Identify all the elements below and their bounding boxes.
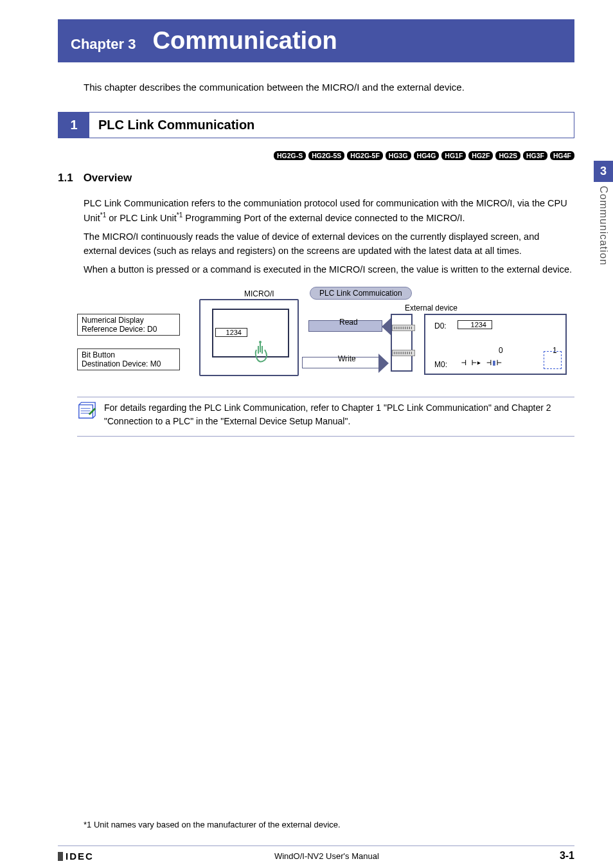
side-chapter-tab: 3 Communication [594,161,613,266]
divider [77,436,574,437]
page-footer: IDEC WindO/I-NV2 User's Manual 3-1 [58,845,574,862]
touch-icon [249,339,271,367]
footer-manual-name: WindO/I-NV2 User's Manual [274,851,379,861]
model-badge: HG4G [414,151,440,160]
diagram-bit-zero: 0 [499,346,503,355]
model-badge: HG2G-S [274,151,306,160]
diagram-bitbutton-l1: Bit Button [82,350,175,359]
diagram-screen-value: 1234 [215,328,247,337]
side-tab-label: Communication [598,186,609,266]
model-badge-row: HG2G-S HG2G-5S HG2G-5F HG3G HG4G HG1F HG… [58,151,574,160]
highlight-icon [544,351,562,369]
connector-icon [392,325,415,331]
diagram-m0-label: M0: [434,360,447,369]
diagram-numerical-display-l2: Reference Device: D0 [82,325,175,334]
diagram-microi-label: MICRO/I [244,289,274,298]
footnote-ref: *1 [100,212,106,219]
subsection-number: 1.1 [58,172,73,185]
footnote-text: *1 Unit names vary based on the manufact… [84,820,341,829]
diagram-write-label: Write [338,354,356,363]
model-badge: HG3G [386,151,411,160]
note-text: For details regarding the PLC Link Commu… [104,401,574,428]
diagram-plc-pill: PLC Link Commuication [310,287,412,300]
diagram-external-label: External device [405,303,458,312]
diagram-read-label: Read [339,318,358,327]
ladder-icon: ⊣ ⊢▸ ⊣▮⊢ [461,357,502,367]
svg-point-0 [259,341,262,343]
diagram-bitbutton-l2: Destination Device: M0 [82,359,175,368]
note-book-icon [77,401,96,420]
chapter-intro-text: This chapter describes the communication… [84,82,574,93]
model-badge: HG2G-5S [308,151,344,160]
footer-page-number: 3-1 [560,850,574,862]
connector-icon [392,350,415,356]
chapter-number-label: Chapter 3 [71,36,136,53]
footnote-ref: *1 [177,212,182,219]
section-heading: 1 PLC Link Communication [58,112,574,138]
section-title: PLC Link Communication [89,113,263,138]
model-badge: HG2S [495,151,520,160]
para-1b: or PLC Link Unit [106,213,177,223]
footer-brand: IDEC [58,851,94,862]
para-1c: Programming Port of the external device … [182,213,465,223]
diagram-external-module [391,314,413,372]
diagram-d0-value: 1234 [458,320,492,329]
chapter-title: Communication [152,27,337,55]
model-badge: HG3F [523,151,547,160]
section-number: 1 [58,113,89,138]
model-badge: HG2F [468,151,493,160]
subsection-heading: 1.1 Overview [58,172,574,185]
diagram-container: MICRO/I PLC Link Commuication External d… [77,289,574,389]
subsection-title: Overview [84,172,132,185]
chapter-heading-bar: Chapter 3 Communication [58,19,574,62]
divider [77,397,574,397]
diagram-numerical-display-l1: Numerical Display [82,316,175,325]
model-badge: HG1F [441,151,466,160]
model-badge: HG4F [550,151,574,160]
diagram-d0-label: D0: [434,321,447,330]
para-3: When a button is pressed or a command is… [84,262,574,276]
side-tab-number: 3 [594,161,613,182]
note-row: For details regarding the PLC Link Commu… [77,401,574,428]
para-2: The MICRO/I continuously reads the value… [84,230,574,258]
body-text: PLC Link Communication refers to the com… [84,196,574,276]
model-badge: HG2G-5F [347,151,383,160]
